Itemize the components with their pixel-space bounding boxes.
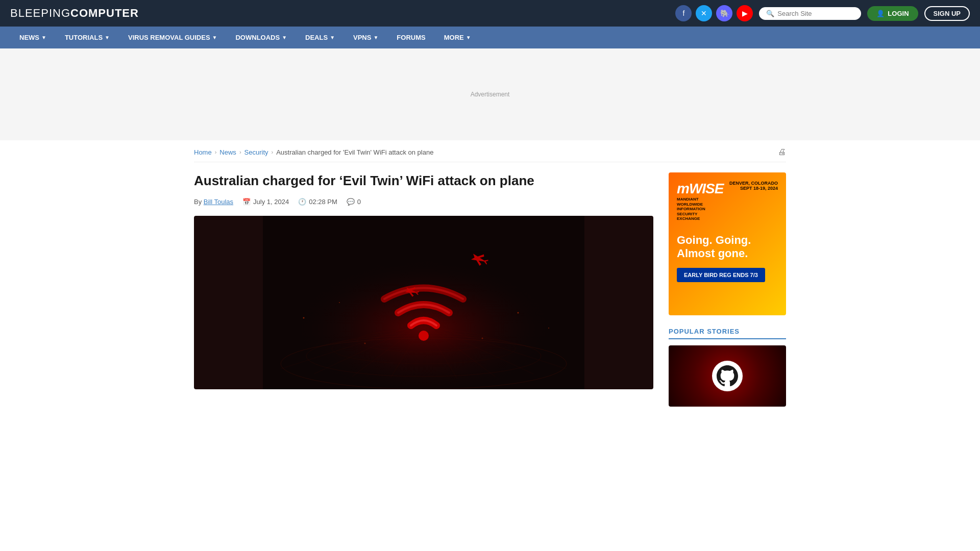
ad-sub: MANDIANT WORLDWIDEINFORMATION SECURITY E… <box>677 197 718 221</box>
logo-plain: BLEEPING <box>10 7 70 19</box>
breadcrumb-security[interactable]: Security <box>244 148 268 156</box>
ad-content: mWISE MANDIANT WORLDWIDEINFORMATION SECU… <box>669 172 786 290</box>
sidebar-ad[interactable]: mWISE MANDIANT WORLDWIDEINFORMATION SECU… <box>669 172 786 315</box>
breadcrumb-sep: › <box>272 149 274 155</box>
nav-downloads[interactable]: DOWNLOADS ▼ <box>226 27 296 48</box>
ad-cta-button[interactable]: EARLY BIRD REG ENDS 7/3 <box>677 268 765 282</box>
logo-bold: COMPUTER <box>70 7 139 19</box>
top-ad-banner: Advertisement <box>0 48 980 140</box>
chevron-down-icon: ▼ <box>105 35 110 40</box>
article-meta: By Bill Toulas 📅 July 1, 2024 🕐 02:28 PM… <box>194 198 653 206</box>
nav-news[interactable]: NEWS ▼ <box>10 27 56 48</box>
signup-button[interactable]: SIGN UP <box>924 6 970 21</box>
nav-vpns[interactable]: VPNS ▼ <box>344 27 387 48</box>
ad-tagline: Going. Going. Almost gone. <box>677 234 778 261</box>
chevron-down-icon: ▼ <box>466 35 471 40</box>
time-meta: 🕐 02:28 PM <box>298 198 337 206</box>
comments-meta[interactable]: 💬 0 <box>347 198 361 206</box>
breadcrumb-news[interactable]: News <box>219 148 236 156</box>
chevron-down-icon: ▼ <box>41 35 46 40</box>
popular-story-thumb[interactable] <box>669 345 786 407</box>
sidebar: mWISE MANDIANT WORLDWIDEINFORMATION SECU… <box>669 172 786 407</box>
nav-more[interactable]: MORE ▼ <box>435 27 480 48</box>
login-button[interactable]: 👤 LOGIN <box>867 6 918 21</box>
nav-virus-removal[interactable]: VIRUS REMOVAL GUIDES ▼ <box>119 27 227 48</box>
main-container: Home › News › Security › Australian char… <box>184 140 796 407</box>
twitter-icon[interactable]: ✕ <box>696 5 712 21</box>
breadcrumb: Home › News › Security › Australian char… <box>194 140 786 162</box>
clock-icon: 🕐 <box>298 198 306 206</box>
calendar-icon: 📅 <box>242 198 251 206</box>
mastodon-icon[interactable]: 🐘 <box>716 5 732 21</box>
social-icons: f ✕ 🐘 ▶ <box>675 5 753 21</box>
nav-tutorials[interactable]: TUTORIALS ▼ <box>56 27 119 48</box>
print-icon[interactable]: 🖨 <box>778 147 786 157</box>
github-logo <box>712 361 743 391</box>
breadcrumb-sep: › <box>215 149 217 155</box>
header-right: f ✕ 🐘 ▶ 🔍 👤 LOGIN SIGN UP <box>675 5 970 21</box>
nav-deals[interactable]: DEALS ▼ <box>296 27 344 48</box>
svg-point-29 <box>364 342 366 344</box>
youtube-icon[interactable]: ▶ <box>737 5 753 21</box>
chevron-down-icon: ▼ <box>212 35 217 40</box>
svg-point-26 <box>339 302 340 303</box>
svg-point-27 <box>518 312 519 313</box>
search-input[interactable] <box>777 10 854 17</box>
nav-forums[interactable]: FORUMS <box>387 27 434 48</box>
popular-stories: POPULAR STORIES <box>669 328 786 407</box>
breadcrumb-home[interactable]: Home <box>194 148 212 156</box>
chevron-down-icon: ▼ <box>282 35 287 40</box>
popular-stories-title: POPULAR STORIES <box>669 328 786 339</box>
chevron-down-icon: ▼ <box>373 35 378 40</box>
chevron-down-icon: ▼ <box>330 35 335 40</box>
svg-point-14 <box>419 331 429 341</box>
content-area: Australian charged for ‘Evil Twin’ WiFi … <box>194 172 786 407</box>
main-nav: NEWS ▼ TUTORIALS ▼ VIRUS REMOVAL GUIDES … <box>0 27 980 48</box>
svg-point-30 <box>482 337 483 339</box>
svg-point-25 <box>303 317 305 318</box>
breadcrumb-sep: › <box>239 149 241 155</box>
site-logo[interactable]: BLEEPINGCOMPUTER <box>10 7 139 20</box>
search-icon: 🔍 <box>766 10 774 17</box>
site-header: BLEEPINGCOMPUTER f ✕ 🐘 ▶ 🔍 👤 LOGIN SIGN … <box>0 0 980 27</box>
date-meta: 📅 July 1, 2024 <box>242 198 289 206</box>
article-title: Australian charged for ‘Evil Twin’ WiFi … <box>194 172 653 190</box>
article-image <box>194 216 653 389</box>
facebook-icon[interactable]: f <box>675 5 692 21</box>
comment-icon: 💬 <box>347 198 355 206</box>
author-link[interactable]: Bill Toulas <box>204 198 233 206</box>
search-bar[interactable]: 🔍 <box>759 7 861 20</box>
ad-logo: mWISE <box>677 181 723 197</box>
svg-point-28 <box>548 328 549 329</box>
article: Australian charged for ‘Evil Twin’ WiFi … <box>194 172 653 389</box>
author-label: By Bill Toulas <box>194 198 233 206</box>
breadcrumb-current: Australian charged for 'Evil Twin' WiFi … <box>276 148 433 156</box>
user-icon: 👤 <box>876 10 885 17</box>
ad-dates: DENVER, COLORADO SEPT 18-19, 2024 <box>729 181 778 191</box>
